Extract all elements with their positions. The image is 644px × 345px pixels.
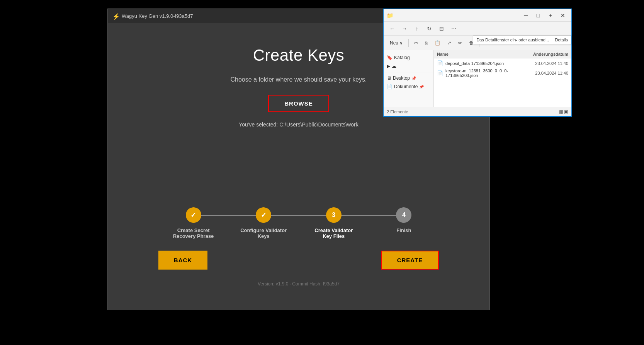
- create-button[interactable]: CREATE: [381, 251, 439, 270]
- version-text: Version: v1.9.0 · Commit Hash: f93a5d7: [258, 281, 340, 287]
- sidebar-item-desktop[interactable]: 🖥 Desktop 📌: [384, 74, 433, 82]
- forward-nav-button[interactable]: →: [399, 23, 410, 34]
- toolbar-separator-1: [408, 39, 409, 47]
- maximize-button[interactable]: □: [533, 10, 544, 21]
- paste-button[interactable]: 📋: [432, 39, 443, 47]
- stepper: ✓ Create Secret Recovery Phrase ✓ Config…: [158, 207, 439, 239]
- step-4: 4 Finish: [369, 207, 439, 233]
- katalog-icon: 🔖: [387, 55, 393, 60]
- desktop-pin-icon: 📌: [411, 76, 416, 80]
- footer-view-icons: ▦ ▣: [559, 109, 568, 114]
- explorer-body: 🔖 Katalog ▶ ☁ 🖥 Desktop 📌 📄 Dokumente 📌: [384, 50, 571, 107]
- app-title: Wagyu Key Gen v1.9.0-f93a5d7: [122, 13, 193, 19]
- new-toolbar-button[interactable]: Neu ∨: [387, 39, 406, 47]
- file-2-date: 23.04.2024 11:40: [535, 71, 568, 75]
- header-name: Name: [437, 52, 518, 56]
- step-4-circle: 4: [396, 207, 411, 223]
- tooltip-text: Das Detailfenster ein- oder ausblend...: [476, 38, 549, 42]
- rename-button[interactable]: ✏: [455, 39, 465, 47]
- close-button[interactable]: ✕: [557, 10, 568, 21]
- step-2-circle: ✓: [256, 207, 271, 223]
- step-1-check: ✓: [190, 211, 196, 219]
- explorer-main: Name Änderungsdatum 📄 deposit_data-17138…: [434, 50, 571, 107]
- step-3: 3 Create Validator Key Files: [299, 207, 369, 239]
- new-tab-button[interactable]: +: [545, 10, 556, 21]
- file-2-icon: 📄: [437, 70, 443, 76]
- up-nav-button[interactable]: ↑: [411, 23, 422, 34]
- step-3-circle: 3: [326, 207, 342, 223]
- documents-pin-icon: 📌: [419, 85, 424, 89]
- file-1-name: deposit_data-1713865204.json: [445, 61, 533, 66]
- katalog-label: Katalog: [394, 55, 410, 60]
- file-list: 📄 deposit_data-1713865204.json 23.04.202…: [434, 58, 571, 107]
- sidebar-item-cloud[interactable]: ▶ ☁: [384, 62, 433, 70]
- file-item-1[interactable]: 📄 deposit_data-1713865204.json 23.04.202…: [434, 59, 571, 67]
- sidebar-item-documents[interactable]: 📄 Dokumente 📌: [384, 82, 433, 91]
- documents-label: Dokumente: [394, 84, 418, 89]
- back-nav-button[interactable]: ←: [387, 23, 398, 34]
- view-toggle-button[interactable]: ⊟: [436, 23, 447, 34]
- more-nav-button[interactable]: ⋯: [449, 23, 459, 34]
- file-list-header: Name Änderungsdatum: [434, 50, 571, 58]
- file-1-date: 23.04.2024 11:40: [535, 61, 568, 66]
- tooltip-box: Das Detailfenster ein- oder ausblend... …: [473, 36, 571, 44]
- copy-button[interactable]: ⎘: [422, 39, 431, 47]
- step-3-label: Create Validator Key Files: [311, 227, 357, 239]
- footer-count: 2 Elemente: [387, 109, 408, 114]
- selected-path-text: You've selected: C:\Users\Public\Documen…: [239, 121, 359, 128]
- explorer-footer: 2 Elemente ▦ ▣: [384, 107, 571, 116]
- desktop-icon: 🖥: [387, 75, 391, 81]
- cloud-arrow: ▶: [387, 63, 390, 69]
- step-2-label: Configure Validator Keys: [240, 227, 287, 239]
- step-1: ✓ Create Secret Recovery Phrase: [158, 207, 229, 239]
- desktop-label: Desktop: [393, 75, 410, 81]
- refresh-nav-button[interactable]: ↻: [424, 23, 435, 34]
- explorer-sidebar: 🔖 Katalog ▶ ☁ 🖥 Desktop 📌 📄 Dokumente 📌: [384, 50, 434, 107]
- minimize-button[interactable]: ─: [520, 10, 531, 21]
- explorer-sidebar-divider: [384, 72, 433, 72]
- step-3-number: 3: [332, 212, 335, 219]
- stepper-container: ✓ Create Secret Recovery Phrase ✓ Config…: [123, 207, 474, 294]
- app-icon: ⚡: [112, 13, 119, 19]
- file-item-2[interactable]: 📄 keystore-m_12381_3600_0_0_0-1713865203…: [434, 67, 571, 79]
- step-1-circle: ✓: [186, 207, 201, 223]
- step-2: ✓ Configure Validator Keys: [228, 207, 299, 239]
- browse-button[interactable]: BROWSE: [268, 95, 329, 112]
- header-date: Änderungsdatum: [518, 52, 568, 56]
- list-view-icon[interactable]: ▦: [559, 109, 563, 114]
- details-label: Details: [555, 38, 568, 42]
- grid-view-icon[interactable]: ▣: [564, 109, 568, 114]
- buttons-row: BACK CREATE: [158, 251, 439, 270]
- explorer-nav: ← → ↑ ↻ ⊟ ⋯ Das Detailfenster ein- oder …: [384, 22, 571, 36]
- cloud-icon: ☁: [392, 63, 396, 69]
- step-2-check: ✓: [261, 211, 267, 219]
- page-title: Create Keys: [253, 46, 345, 65]
- documents-icon: 📄: [387, 84, 393, 89]
- new-label: Neu: [390, 40, 398, 46]
- step-1-label: Create Secret Recovery Phrase: [170, 227, 217, 239]
- explorer-folder-icon: 📁: [387, 12, 393, 19]
- subtitle-text: Choose a folder where we should save you…: [230, 76, 367, 83]
- sidebar-item-katalog[interactable]: 🔖 Katalog: [384, 53, 433, 62]
- cut-button[interactable]: ✂: [411, 39, 421, 47]
- back-button[interactable]: BACK: [158, 251, 207, 270]
- file-1-icon: 📄: [437, 60, 443, 66]
- step-4-number: 4: [402, 212, 406, 219]
- step-4-label: Finish: [396, 227, 411, 233]
- explorer-window: 📁 ─ □ + ✕ ← → ↑ ↻ ⊟ ⋯ Das Detailfenster …: [383, 9, 572, 117]
- explorer-titlebar: 📁 ─ □ + ✕: [384, 9, 571, 22]
- share-button[interactable]: ↗: [444, 39, 454, 47]
- file-2-name: keystore-m_12381_3600_0_0_0-1713865203.j…: [445, 68, 533, 78]
